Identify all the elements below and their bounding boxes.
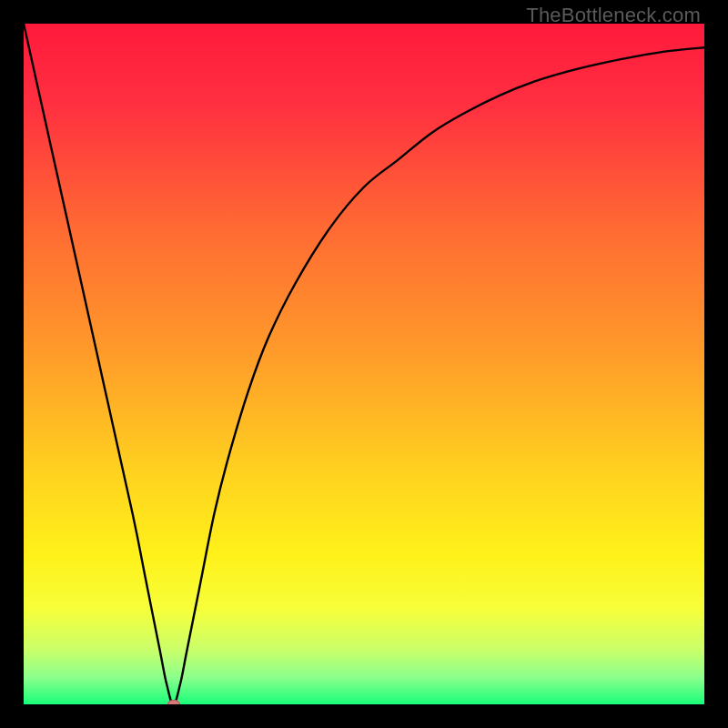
optimal-point-marker: [167, 700, 180, 704]
chart-frame: TheBottleneck.com: [0, 0, 728, 728]
curve-layer: [24, 24, 704, 704]
plot-area: [24, 24, 704, 704]
watermark-text: TheBottleneck.com: [526, 4, 701, 27]
bottleneck-curve: [24, 24, 704, 704]
